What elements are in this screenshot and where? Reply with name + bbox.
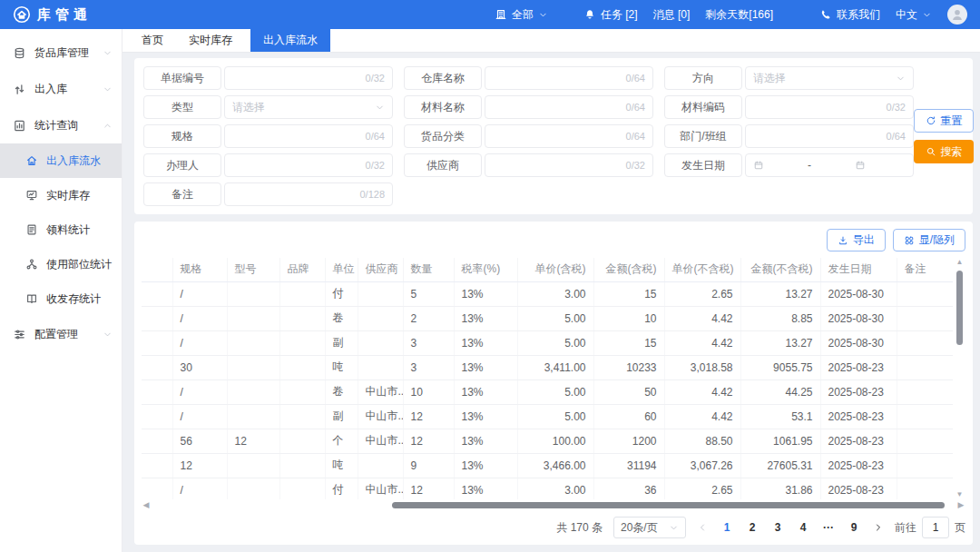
table-cell-7-2	[227, 453, 279, 478]
table-cell-8-3	[279, 478, 325, 499]
form-field-0-1: 类型请选择	[143, 95, 393, 119]
text-input[interactable]: 0/128	[224, 182, 393, 206]
table-cell-4-1: /	[172, 380, 227, 404]
sidebar-subitem-2-4[interactable]: 收发存统计	[0, 281, 122, 316]
person-icon	[949, 6, 965, 23]
tab-bar: 首页实时库存出入库流水	[122, 29, 980, 53]
page-ellipsis[interactable]: ···	[822, 521, 835, 534]
scope-selector[interactable]: 全部	[495, 7, 548, 23]
page-button-9[interactable]: 9	[848, 521, 860, 534]
messages-link[interactable]: 消息 [0]	[653, 7, 691, 23]
language-selector[interactable]: 中文	[896, 7, 932, 23]
search-button[interactable]: 搜索	[914, 140, 974, 163]
select-input[interactable]: 请选择	[745, 66, 914, 90]
usage-part-icon	[25, 258, 38, 271]
next-page-button[interactable]	[873, 522, 884, 533]
contact-link[interactable]: 联系我们	[819, 7, 880, 23]
show-hide-columns-button[interactable]: 显/隐列	[893, 229, 965, 251]
text-input[interactable]: 0/32	[224, 153, 393, 177]
tasks-link[interactable]: 任务 [2]	[583, 7, 638, 23]
table-cell-1-5	[358, 306, 403, 330]
stats-query-icon	[13, 119, 26, 133]
page-button-4[interactable]: 4	[797, 521, 809, 534]
column-header-10: 单价(不含税)	[664, 258, 740, 281]
horizontal-scrollbar[interactable]: ◀ ▶	[142, 500, 965, 510]
text-input[interactable]: 0/64	[485, 124, 653, 148]
table-cell-4-8: 5.00	[517, 380, 593, 404]
select-input[interactable]: 请选择	[224, 95, 393, 119]
send-receive-icon	[25, 292, 38, 305]
days-left-badge: 剩余天数[166]	[705, 7, 773, 23]
table-cell-4-3	[279, 380, 325, 404]
table-row[interactable]: /付513%3.00152.6513.272025-08-30	[142, 281, 953, 306]
table-cell-6-7: 13%	[454, 429, 517, 453]
text-input[interactable]: 0/64	[485, 66, 653, 90]
text-input[interactable]: 0/32	[224, 66, 393, 90]
text-input[interactable]: 0/32	[745, 95, 914, 119]
tab-0[interactable]: 首页	[134, 29, 171, 52]
form-field-2-0: 方向请选择	[664, 66, 914, 90]
sidebar-item-0[interactable]: 货品库管理	[0, 34, 122, 71]
table-cell-6-11: 1061.95	[740, 429, 820, 453]
table-cell-2-6: 3	[403, 330, 454, 355]
table-cell-6-6: 12	[403, 429, 454, 453]
tab-2[interactable]: 出入库流水	[250, 29, 330, 52]
user-avatar[interactable]	[947, 5, 967, 25]
page-button-2[interactable]: 2	[746, 521, 759, 534]
horizontal-scroll-thumb[interactable]	[392, 502, 944, 508]
column-header-13: 备注	[897, 258, 953, 281]
table-cell-5-7: 13%	[454, 404, 517, 429]
table-cell-2-5	[358, 330, 403, 355]
sidebar-item-3[interactable]: 配置管理	[0, 316, 122, 352]
sidebar-subitem-2-0[interactable]: 出入库流水	[0, 143, 122, 178]
table-cell-2-9: 15	[593, 330, 664, 355]
table-row[interactable]: /付中山市...1213%3.00362.6531.862025-08-23	[142, 478, 953, 499]
tab-1[interactable]: 实时库存	[181, 29, 240, 52]
table-row[interactable]: /卷213%5.00104.428.852025-08-30	[142, 306, 953, 330]
scroll-up-arrow-icon[interactable]: ▲	[956, 258, 964, 267]
in-out-icon	[13, 83, 26, 96]
sidebar-subitem-2-1[interactable]: 实时库存	[0, 178, 122, 212]
goto-page-input[interactable]	[922, 517, 949, 538]
table-cell-0-9: 15	[593, 281, 664, 306]
table-cell-8-0	[142, 478, 172, 499]
table-row[interactable]: 30吨313%3,411.00102333,018.589055.752025-…	[142, 355, 953, 380]
table-cell-1-10: 4.42	[664, 306, 740, 330]
table-cell-4-12: 2025-08-23	[820, 380, 897, 404]
sidebar-item-2[interactable]: 统计查询	[0, 107, 122, 143]
sidebar-subitem-2-3[interactable]: 使用部位统计	[0, 247, 122, 281]
table-cell-4-5: 中山市...	[358, 380, 403, 404]
sidebar-item-1[interactable]: 出入库	[0, 71, 122, 107]
table-row[interactable]: 12吨913%3,466.00311943,067.2627605.312025…	[142, 453, 953, 478]
table-panel: 导出 显/隐列 规格型号品牌单位供应商数量税率(%)单价(含税)金额(含税)单价…	[134, 222, 973, 545]
text-input[interactable]: 0/64	[485, 95, 653, 119]
scroll-down-arrow-icon[interactable]: ▼	[956, 490, 964, 499]
vertical-scroll-thumb[interactable]	[956, 271, 963, 345]
export-button[interactable]: 导出	[827, 229, 886, 251]
table-cell-5-8: 5.00	[517, 404, 593, 429]
page-button-1[interactable]: 1	[720, 521, 733, 534]
column-header-8: 单价(含税)	[517, 258, 593, 281]
prev-page-button[interactable]	[697, 522, 708, 533]
table-row[interactable]: 5612个中山市...1213%100.00120088.501061.9520…	[142, 429, 953, 453]
scroll-right-arrow-icon[interactable]: ▶	[956, 500, 965, 510]
table-cell-0-10: 2.65	[664, 281, 740, 306]
scroll-left-arrow-icon[interactable]: ◀	[142, 500, 151, 510]
sidebar: 货品库管理出入库统计查询出入库流水实时库存领料统计使用部位统计收发存统计配置管理	[0, 29, 122, 552]
table-cell-5-12: 2025-08-23	[820, 404, 897, 429]
sidebar-subitem-2-2[interactable]: 领料统计	[0, 212, 122, 247]
table-row[interactable]: /卷中山市...1013%5.00504.4244.252025-08-23	[142, 380, 953, 404]
table-row[interactable]: /副中山市...1213%5.00604.4253.12025-08-23	[142, 404, 953, 429]
table-cell-0-7: 13%	[454, 281, 517, 306]
page-size-select[interactable]: 20条/页	[613, 517, 686, 538]
vertical-scrollbar[interactable]: ▲ ▼	[954, 258, 965, 499]
table-cell-4-4: 卷	[325, 380, 358, 404]
page-button-3[interactable]: 3	[771, 521, 784, 534]
text-input[interactable]: 0/64	[745, 124, 914, 148]
date-range-input[interactable]: -	[745, 153, 914, 177]
text-input[interactable]: 0/64	[224, 124, 393, 148]
text-input[interactable]: 0/32	[485, 153, 653, 177]
table-cell-4-9: 50	[593, 380, 664, 404]
table-row[interactable]: /副313%5.00154.4213.272025-08-30	[142, 330, 953, 355]
reset-button[interactable]: 重置	[914, 109, 974, 133]
